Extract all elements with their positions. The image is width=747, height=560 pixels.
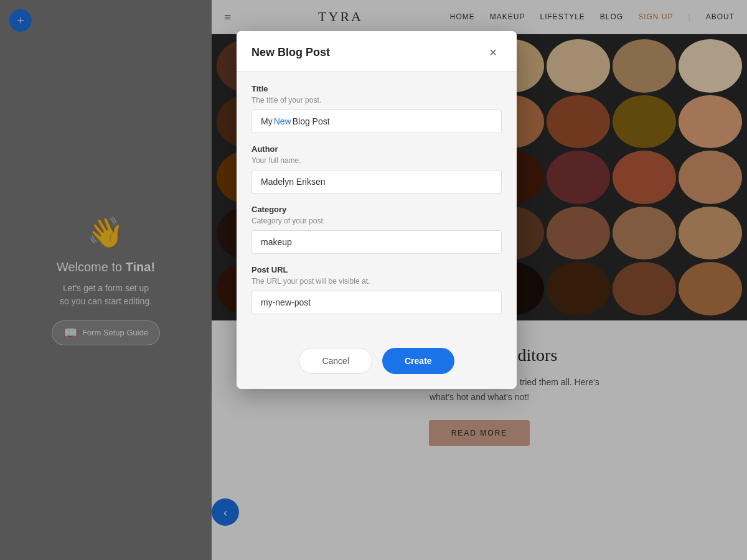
title-label: Title [251,84,502,93]
category-field-group: Category Category of your post. [251,205,502,254]
modal-header: New Blog Post × [237,31,517,72]
title-word-rest: Blog Post [293,116,330,126]
modal-body: Title The title of your post. My New Blo… [237,72,517,338]
create-button[interactable]: Create [382,348,454,374]
category-hint: Category of your post. [251,217,502,225]
modal-footer: Cancel Create [237,338,517,389]
new-blog-post-modal: New Blog Post × Title The title of your … [237,31,517,389]
post-url-label: Post URL [251,265,502,274]
author-input[interactable] [251,170,502,194]
category-input[interactable] [251,230,502,254]
modal-title: New Blog Post [251,46,330,59]
post-url-field-group: Post URL The URL your post will be visib… [251,265,502,314]
title-field-group: Title The title of your post. My New Blo… [251,84,502,133]
post-url-hint: The URL your post will be visible at. [251,277,502,286]
cancel-button[interactable]: Cancel [299,348,372,374]
title-hint: The title of your post. [251,96,502,105]
author-hint: Your full name. [251,156,502,165]
author-field-group: Author Your full name. [251,144,502,194]
title-word-new: New [274,116,291,126]
post-url-input[interactable] [251,291,502,314]
category-label: Category [251,205,502,214]
author-label: Author [251,144,502,154]
modal-close-button[interactable]: × [484,44,502,61]
title-input-display[interactable]: My New Blog Post [251,110,502,133]
title-word-my: My [261,116,273,126]
